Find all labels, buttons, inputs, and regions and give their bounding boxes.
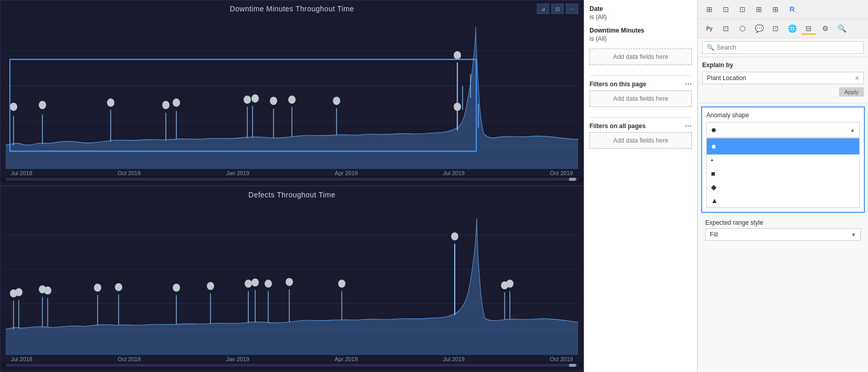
svg-point-24 <box>252 95 259 103</box>
range-select[interactable]: Fill ▼ <box>705 228 861 241</box>
add-data-btn-page[interactable]: Add data fields here <box>590 90 692 107</box>
svg-point-61 <box>265 280 272 287</box>
chart2-container <box>1 201 583 355</box>
search-box: 🔍 <box>702 41 864 54</box>
svg-point-56 <box>115 283 122 291</box>
filter-btn-1[interactable]: ⊿ <box>537 4 549 14</box>
shape-icon-1: ● <box>711 141 717 152</box>
add-data-btn-visual[interactable]: Add data fields here <box>590 49 692 65</box>
chart2-x-labels: Jul 2018 Oct 2018 Jan 2019 Apr 2019 Jul … <box>1 356 583 362</box>
shape-option-2[interactable]: • <box>707 154 859 167</box>
svg-point-52 <box>15 288 22 296</box>
svg-point-22 <box>173 99 180 107</box>
scrollbar-thumb-2[interactable] <box>569 364 576 367</box>
plant-location-tag: Plant Location × <box>702 72 864 84</box>
icon-settings-btn[interactable]: ⚙ <box>818 22 832 35</box>
shape-icon-2: • <box>711 157 713 164</box>
filters-panel: Date is (All) Downtime Minutes is (All) … <box>584 0 698 372</box>
svg-point-27 <box>333 97 340 105</box>
search-icon: 🔍 <box>707 44 715 51</box>
chart1-svg <box>6 15 578 169</box>
chart1-title: Downtime Minutes Throughout Time <box>1 1 583 15</box>
svg-point-66 <box>506 280 514 287</box>
date-filter-label: Date <box>590 5 692 12</box>
svg-point-28 <box>454 51 461 59</box>
filters-on-page-header: Filters on this page ··· <box>590 80 692 88</box>
downtime-filter-label: Downtime Minutes <box>590 27 692 34</box>
x2-label-5: Oct 2019 <box>550 356 573 362</box>
svg-point-26 <box>288 96 296 104</box>
apply-button[interactable]: Apply <box>839 87 864 97</box>
filters-page-dots[interactable]: ··· <box>685 80 692 88</box>
svg-point-58 <box>207 282 214 290</box>
svg-point-54 <box>44 287 51 295</box>
focus-btn-1[interactable]: ⊡ <box>551 4 564 14</box>
add-data-btn-all[interactable]: Add data fields here <box>590 132 692 149</box>
range-select-value: Fill <box>710 231 718 238</box>
shape-icon-4: ◆ <box>711 183 717 191</box>
shape-option-4[interactable]: ◆ <box>707 180 859 194</box>
shape-option-3[interactable]: ■ <box>707 167 859 180</box>
x-label-0: Jul 2018 <box>11 170 33 176</box>
scrollbar-thumb-1[interactable] <box>569 178 576 181</box>
filter-on-visual: Date is (All) <box>590 5 692 21</box>
chart2-svg <box>6 201 578 355</box>
svg-point-20 <box>107 99 114 107</box>
x-label-1: Oct 2018 <box>118 170 141 176</box>
x2-label-1: Oct 2018 <box>118 356 141 362</box>
svg-point-25 <box>270 97 277 105</box>
shape-option-1[interactable]: ● <box>707 138 859 154</box>
icon-active-btn[interactable]: ⊟ <box>801 22 816 35</box>
svg-point-21 <box>162 101 169 109</box>
icon-py-btn[interactable]: Py <box>702 22 717 35</box>
chart1-scrollbar[interactable] <box>1 176 583 182</box>
chart-panel-1: Downtime Minutes Throughout Time ⊿ ⊡ ··· <box>0 0 584 186</box>
scrollbar-track-2[interactable] <box>6 364 578 367</box>
icon-card-btn[interactable]: ⊡ <box>719 3 733 16</box>
icon-search-settings-btn[interactable]: 🔍 <box>834 22 849 35</box>
icon-comment-btn[interactable]: 💬 <box>752 22 766 35</box>
filters-on-page-title: Filters on this page <box>590 81 646 88</box>
icon-export-btn[interactable]: ⊡ <box>768 22 783 35</box>
search-input[interactable] <box>717 44 859 51</box>
plant-location-label: Plant Location <box>707 74 746 82</box>
settings-search-area: 🔍 <box>698 38 868 57</box>
shape-icon-3: ■ <box>711 169 715 178</box>
icon-row-2: Py ⊡ ⬡ 💬 ⊡ 🌐 ⊟ ⚙ 🔍 <box>698 19 868 38</box>
filters-all-dots[interactable]: ··· <box>685 122 692 130</box>
shape-icon-5: ▲ <box>711 196 718 205</box>
scrollbar-track-1[interactable] <box>6 178 578 181</box>
shape-option-5[interactable]: ▲ <box>707 194 859 207</box>
icon-r-btn[interactable]: R <box>785 3 799 16</box>
svg-point-18 <box>10 103 17 111</box>
shape-selected-icon: ● <box>711 125 717 135</box>
anomaly-shape-section: Anomaly shape ● ▲ ● • ■ ◆ ▲ <box>701 106 865 213</box>
svg-point-64 <box>451 233 458 240</box>
x-label-5: Oct 2019 <box>550 170 573 176</box>
downtime-filter-value: is (All) <box>590 35 692 42</box>
icon-globe-btn[interactable]: 🌐 <box>785 22 799 35</box>
icon-bar-btn[interactable]: ⊞ <box>768 3 783 16</box>
anomaly-shape-title: Anomaly shape <box>706 112 860 119</box>
icon-row-1: ⊞ ⊡ ⊡ ⊞ ⊞ R <box>698 0 868 19</box>
shape-select-display[interactable]: ● ▲ <box>706 122 860 138</box>
icon-table-btn[interactable]: ⊞ <box>702 3 717 16</box>
x2-label-4: Jul 2019 <box>443 356 465 362</box>
svg-point-55 <box>94 284 101 291</box>
expected-range-section: Expected range style Fill ▼ <box>701 216 865 244</box>
chart2-scrollbar[interactable] <box>1 362 583 368</box>
icon-chart-btn[interactable]: ⊡ <box>735 3 750 16</box>
svg-point-63 <box>338 280 345 287</box>
chart-panel-2: Defects Throughout Time <box>0 186 584 372</box>
chart1-container <box>1 15 583 169</box>
icon-hex-btn[interactable]: ⬡ <box>735 22 750 35</box>
x-label-4: Jul 2019 <box>443 170 465 176</box>
svg-point-60 <box>252 278 259 286</box>
more-btn-1[interactable]: ··· <box>566 4 578 14</box>
icon-edit-btn[interactable]: ⊡ <box>719 22 733 35</box>
explain-by-title: Explain by <box>702 61 864 69</box>
divider-2 <box>590 117 692 118</box>
explain-by-section: Explain by Plant Location × Apply <box>698 57 868 103</box>
plant-location-close[interactable]: × <box>855 74 859 82</box>
icon-grid-btn[interactable]: ⊞ <box>752 3 766 16</box>
